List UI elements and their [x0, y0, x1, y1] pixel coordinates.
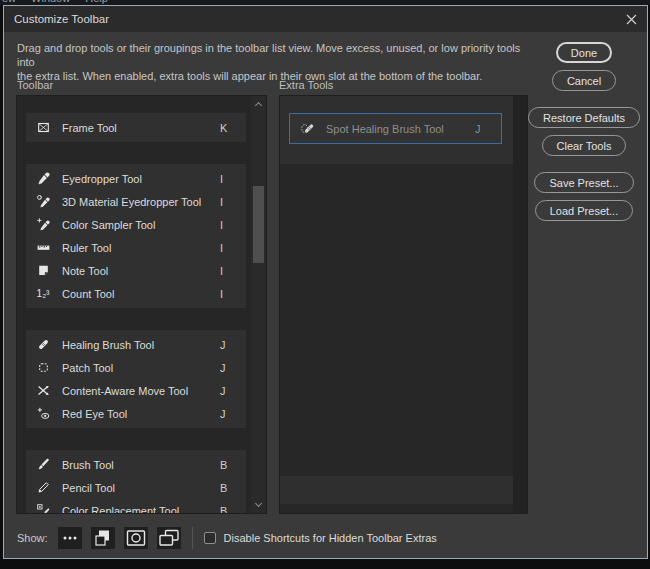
- tool-row[interactable]: Brush Tool B: [26, 453, 246, 476]
- count-icon: 1₂³: [36, 288, 50, 299]
- cancel-button[interactable]: Cancel: [552, 70, 616, 91]
- tool-group: Healing Brush Tool J Patch Tool J Conten…: [26, 330, 246, 428]
- color-swatches-icon[interactable]: [91, 527, 115, 549]
- tool-name-label: 3D Material Eyedropper Tool: [62, 196, 216, 208]
- tool-name-label: Healing Brush Tool: [62, 339, 216, 351]
- tool-group: Brush Tool B Pencil Tool B Color Replace…: [26, 450, 246, 514]
- dialog-title: Customize Toolbar: [4, 13, 109, 25]
- tool-name-label: Color Sampler Tool: [62, 219, 216, 231]
- tool-name-label: Spot Healing Brush Tool: [326, 123, 471, 135]
- show-label: Show:: [17, 532, 48, 544]
- tool-row[interactable]: Color Replacement Tool B: [26, 499, 246, 514]
- tool-row[interactable]: 3D Material Eyedropper Tool I: [26, 190, 246, 213]
- ruler-icon: [36, 241, 50, 254]
- screen-mode-icon[interactable]: [157, 527, 181, 549]
- tool-name-label: Eyedropper Tool: [62, 173, 216, 185]
- tool-group: Eyedropper Tool I 3D Material Eyedropper…: [26, 164, 246, 308]
- tool-shortcut-label: K: [220, 122, 246, 134]
- tool-shortcut-label: J: [475, 123, 501, 135]
- customize-toolbar-dialog: Customize Toolbar Drag and drop tools or…: [3, 5, 648, 559]
- tool-shortcut-label: I: [220, 173, 246, 185]
- tool-name-label: Note Tool: [62, 265, 216, 277]
- tool-shortcut-label: I: [220, 288, 246, 300]
- description-line-2: the extra list. When enabled, extra tool…: [17, 69, 529, 83]
- close-button[interactable]: [622, 10, 640, 28]
- load-preset-button[interactable]: Load Preset...: [535, 200, 634, 221]
- toolbar-list-panel: Frame Tool K Eyedropper Tool I 3D Materi…: [16, 95, 267, 514]
- dialog-description: Drag and drop tools or their groupings i…: [17, 41, 529, 83]
- quick-mask-icon[interactable]: [124, 527, 148, 549]
- tool-shortcut-label: J: [220, 362, 246, 374]
- frame-icon: [36, 121, 50, 134]
- tool-shortcut-label: I: [220, 196, 246, 208]
- extra-tools-panel: Spot Healing Brush Tool J: [279, 95, 528, 514]
- tool-shortcut-label: I: [220, 219, 246, 231]
- extra-tools-scrollbar-gutter: [513, 96, 527, 513]
- tool-row[interactable]: 1₂³ Count Tool I: [26, 282, 246, 305]
- done-button[interactable]: Done: [556, 42, 612, 63]
- eyedropper3d-icon: [36, 195, 50, 208]
- tool-name-label: Patch Tool: [62, 362, 216, 374]
- colorsampler-icon: [36, 218, 50, 231]
- tool-row[interactable]: Patch Tool J: [26, 356, 246, 379]
- footer-divider: [192, 527, 193, 549]
- menu-item[interactable]: Window: [31, 0, 70, 4]
- clear-tools-button[interactable]: Clear Tools: [542, 135, 627, 156]
- tool-row[interactable]: Red Eye Tool J: [26, 402, 246, 425]
- dialog-titlebar[interactable]: Customize Toolbar: [4, 6, 647, 32]
- pencil-icon: [36, 481, 50, 494]
- ellipsis-icon[interactable]: [58, 527, 82, 549]
- extra-tools-bottom-slot: [280, 476, 514, 504]
- menu-item[interactable]: ew: [2, 0, 16, 4]
- toolbar-scrollbar[interactable]: [251, 96, 266, 513]
- tool-shortcut-label: J: [220, 408, 246, 420]
- restore-defaults-button[interactable]: Restore Defaults: [528, 107, 640, 128]
- disable-shortcuts-checkbox[interactable]: [204, 532, 216, 544]
- tool-shortcut-label: J: [220, 339, 246, 351]
- healing-icon: [36, 338, 50, 351]
- tool-name-label: Color Replacement Tool: [62, 505, 216, 515]
- tool-shortcut-label: B: [220, 482, 246, 494]
- brush-icon: [36, 458, 50, 471]
- description-line-1: Drag and drop tools or their groupings i…: [17, 41, 529, 69]
- scroll-up-icon[interactable]: [255, 102, 262, 109]
- tool-name-label: Red Eye Tool: [62, 408, 216, 420]
- tool-row[interactable]: Frame Tool K: [26, 116, 246, 139]
- tool-row[interactable]: Eyedropper Tool I: [26, 167, 246, 190]
- spothealing-icon: [300, 122, 314, 135]
- colorreplace-icon: [36, 504, 50, 514]
- tool-group: Frame Tool K: [26, 113, 246, 142]
- tool-shortcut-label: B: [220, 459, 246, 471]
- disable-shortcuts-label[interactable]: Disable Shortcuts for Hidden Toolbar Ext…: [224, 532, 437, 544]
- patch-icon: [36, 361, 50, 374]
- tool-row[interactable]: Color Sampler Tool I: [26, 213, 246, 236]
- menu-item[interactable]: Help: [85, 0, 108, 4]
- tool-shortcut-label: I: [220, 265, 246, 277]
- toolbar-column-label: Toolbar: [17, 79, 53, 91]
- scroll-down-icon[interactable]: [255, 500, 262, 507]
- tool-shortcut-label: I: [220, 242, 246, 254]
- contentaware-icon: [36, 384, 50, 397]
- note-icon: [36, 264, 50, 277]
- tool-row[interactable]: Content-Aware Move Tool J: [26, 379, 246, 402]
- dialog-footer: Show: Disable Shortcuts for Hidden Toolb…: [17, 525, 437, 551]
- save-preset-button[interactable]: Save Preset...: [534, 172, 633, 193]
- extra-tools-column-label: Extra Tools: [279, 79, 333, 91]
- tool-name-label: Count Tool: [62, 288, 216, 300]
- tool-name-label: Pencil Tool: [62, 482, 216, 494]
- tool-shortcut-label: J: [220, 385, 246, 397]
- tool-name-label: Frame Tool: [62, 122, 216, 134]
- tool-name-label: Content-Aware Move Tool: [62, 385, 216, 397]
- tool-row[interactable]: Healing Brush Tool J: [26, 333, 246, 356]
- screen: ewWindowHelp Customize Toolbar Drag and …: [0, 0, 650, 569]
- tool-row[interactable]: Pencil Tool B: [26, 476, 246, 499]
- tool-row[interactable]: Note Tool I: [26, 259, 246, 282]
- redeye-icon: [36, 407, 50, 420]
- eyedropper-icon: [36, 172, 50, 185]
- extra-tool-row[interactable]: Spot Healing Brush Tool J: [289, 113, 502, 144]
- tool-shortcut-label: B: [220, 505, 246, 515]
- tool-name-label: Brush Tool: [62, 459, 216, 471]
- scrollbar-thumb[interactable]: [253, 186, 264, 263]
- close-icon: [626, 14, 637, 25]
- tool-row[interactable]: Ruler Tool I: [26, 236, 246, 259]
